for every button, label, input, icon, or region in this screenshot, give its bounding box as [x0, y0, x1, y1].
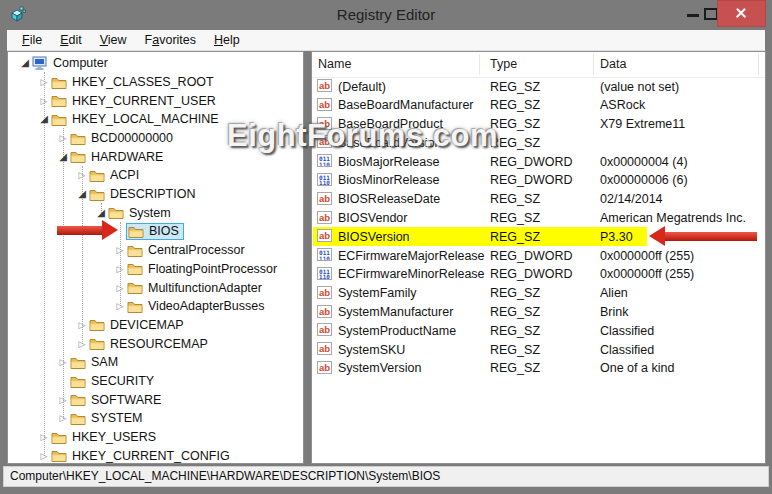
close-button[interactable] — [717, 0, 766, 27]
collapse-icon[interactable]: ◢ — [75, 187, 89, 201]
value-data: One of a kind — [600, 361, 674, 375]
value-row-biosvendor[interactable]: abBIOSVendorREG_SZAmerican Megatrends In… — [312, 209, 765, 228]
tree-item-hkey_current_user[interactable]: ▷ HKEY_CURRENT_USER — [8, 91, 303, 110]
tree-node[interactable]: DEVICEMAP — [89, 318, 187, 332]
value-row-systemversion[interactable]: abSystemVersionREG_SZOne of a kind — [312, 359, 765, 378]
column-separator[interactable] — [593, 54, 594, 75]
tree-node[interactable]: HKEY_CURRENT_USER — [51, 94, 219, 108]
tree-node[interactable]: HKEY_CLASSES_ROOT — [51, 75, 217, 89]
tree-item-bios[interactable]: BIOS — [8, 222, 303, 241]
tree-item-system[interactable]: ▷ SYSTEM — [8, 409, 303, 428]
tree-item-centralprocessor[interactable]: ▷ CentralProcessor — [8, 241, 303, 260]
tree-item-hkey_classes_root[interactable]: ▷ HKEY_CLASSES_ROOT — [8, 73, 303, 92]
expand-icon[interactable]: ▷ — [37, 430, 51, 444]
menu-help[interactable]: Help — [205, 31, 249, 49]
value-row-biosreleasedate[interactable]: abBIOSReleaseDateREG_SZ02/14/2014 — [312, 190, 765, 209]
value-row-systemproductname[interactable]: abSystemProductNameREG_SZClassified — [312, 321, 765, 340]
reg-sz-icon: ab — [317, 323, 332, 336]
expand-icon[interactable]: ▷ — [113, 299, 127, 313]
tree-item-software[interactable]: ▷ SOFTWARE — [8, 390, 303, 409]
tree-node[interactable]: BCD00000000 — [70, 131, 176, 145]
column-separator[interactable] — [479, 54, 480, 75]
tree-node[interactable]: System — [108, 206, 174, 220]
reg-dword-icon: 011110 — [317, 248, 332, 261]
expand-icon[interactable]: ▷ — [56, 131, 70, 145]
tree-node[interactable]: SOFTWARE — [70, 393, 164, 407]
tree-item-floatingpointprocessor[interactable]: ▷ FloatingPointProcessor — [8, 260, 303, 279]
expand-icon[interactable]: ▷ — [113, 262, 127, 276]
tree-item-hkey_current_config[interactable]: ▷ HKEY_CURRENT_CONFIG — [8, 446, 303, 464]
expand-icon[interactable]: ▷ — [113, 243, 127, 257]
tree-item-sam[interactable]: ▷ SAM — [8, 353, 303, 372]
selected-tree-node[interactable]: BIOS — [126, 223, 184, 240]
collapse-icon[interactable]: ◢ — [18, 56, 32, 70]
menu-file[interactable]: File — [13, 31, 51, 49]
menu-favorites[interactable]: Favorites — [136, 31, 205, 49]
tree-item-acpi[interactable]: ▷ ACPI — [8, 166, 303, 185]
value-row-ecfirmwareminorrelease[interactable]: 011110ECFirmwareMinorReleaseREG_DWORD0x0… — [312, 265, 765, 284]
expand-icon[interactable]: ▷ — [37, 94, 51, 108]
tree-node[interactable]: HKEY_LOCAL_MACHINE — [51, 112, 222, 126]
maximize-button[interactable] — [704, 8, 718, 20]
tree-node[interactable]: SYSTEM — [70, 411, 145, 425]
tree-item-description[interactable]: ◢ DESCRIPTION — [8, 185, 303, 204]
value-data: 0x000000ff (255) — [600, 267, 694, 281]
tree-item-security[interactable]: SECURITY — [8, 372, 303, 391]
collapse-icon[interactable]: ◢ — [94, 206, 108, 220]
tree-node[interactable]: FloatingPointProcessor — [127, 262, 280, 276]
tree-item-computer[interactable]: ◢ Computer — [8, 54, 303, 73]
close-icon — [735, 7, 747, 19]
tree-item-devicemap[interactable]: ▷ DEVICEMAP — [8, 316, 303, 335]
value-name: SystemFamily — [338, 286, 416, 300]
tree-item-hkey_users[interactable]: ▷ HKEY_USERS — [8, 428, 303, 447]
tree-node[interactable]: DESCRIPTION — [89, 187, 198, 201]
tree-node[interactable]: SAM — [70, 355, 121, 369]
tree-node[interactable]: RESOURCEMAP — [89, 337, 211, 351]
value-data: American Megatrends Inc. — [600, 211, 746, 225]
minimize-button[interactable] — [687, 14, 699, 17]
expand-icon[interactable]: ▷ — [37, 75, 51, 89]
tree-node[interactable]: HKEY_USERS — [51, 430, 159, 444]
tree-node[interactable]: SECURITY — [70, 374, 157, 388]
expand-icon[interactable]: ▷ — [113, 281, 127, 295]
panel-splitter[interactable] — [304, 51, 311, 464]
expand-icon[interactable]: ▷ — [56, 393, 70, 407]
value-row-default[interactable]: ab(Default)REG_SZ(value not set) — [312, 77, 765, 96]
tree-item-multifunctionadapter[interactable]: ▷ MultifunctionAdapter — [8, 278, 303, 297]
value-row-baseboardmanufacturer[interactable]: abBaseBoardManufacturerREG_SZASRock — [312, 96, 765, 115]
value-row-biosminorrelease[interactable]: 011110BiosMinorReleaseREG_DWORD0x0000000… — [312, 171, 765, 190]
tree-node[interactable]: CentralProcessor — [127, 243, 248, 257]
tree-item-label: HKEY_USERS — [72, 430, 156, 444]
value-row-biosmajorrelease[interactable]: 011110BiosMajorReleaseREG_DWORD0x0000000… — [312, 152, 765, 171]
tree-item-videoadapterbusses[interactable]: ▷ VideoAdapterBusses — [8, 297, 303, 316]
tree-node[interactable]: MultifunctionAdapter — [127, 281, 265, 295]
expand-icon[interactable]: ▷ — [56, 411, 70, 425]
tree-item-system[interactable]: ◢ System — [8, 204, 303, 223]
value-row-systemmanufacturer[interactable]: abSystemManufacturerREG_SZBrink — [312, 303, 765, 322]
tree-node[interactable]: HARDWARE — [70, 150, 166, 164]
column-separator[interactable] — [758, 54, 759, 75]
column-header-name[interactable]: Name — [318, 57, 351, 71]
collapse-icon[interactable]: ◢ — [56, 150, 70, 164]
title-bar[interactable]: Registry Editor — [0, 0, 772, 30]
menu-edit[interactable]: Edit — [51, 31, 91, 49]
tree-node[interactable]: HKEY_CURRENT_CONFIG — [51, 449, 233, 463]
column-header-data[interactable]: Data — [600, 57, 626, 71]
menu-view[interactable]: View — [91, 31, 136, 49]
expand-icon[interactable]: ▷ — [75, 318, 89, 332]
tree-node[interactable]: VideoAdapterBusses — [127, 299, 268, 313]
value-row-ecfirmwaremajorrelease[interactable]: 011110ECFirmwareMajorReleaseREG_DWORD0x0… — [312, 246, 765, 265]
folder-icon — [51, 449, 69, 463]
value-row-systemsku[interactable]: abSystemSKUREG_SZClassified — [312, 340, 765, 359]
value-row-systemfamily[interactable]: abSystemFamilyREG_SZAlien — [312, 284, 765, 303]
expand-icon[interactable]: ▷ — [75, 337, 89, 351]
tree-item-resourcemap[interactable]: ▷ RESOURCEMAP — [8, 334, 303, 353]
column-header-type[interactable]: Type — [490, 57, 517, 71]
expand-icon[interactable]: ▷ — [56, 355, 70, 369]
expand-icon[interactable]: ▷ — [37, 449, 51, 463]
tree-node[interactable]: ACPI — [89, 168, 142, 182]
collapse-icon[interactable]: ◢ — [37, 112, 51, 126]
tree-node[interactable]: Computer — [32, 56, 111, 70]
expand-icon[interactable]: ▷ — [75, 168, 89, 182]
value-data: P3.30 — [600, 230, 633, 244]
